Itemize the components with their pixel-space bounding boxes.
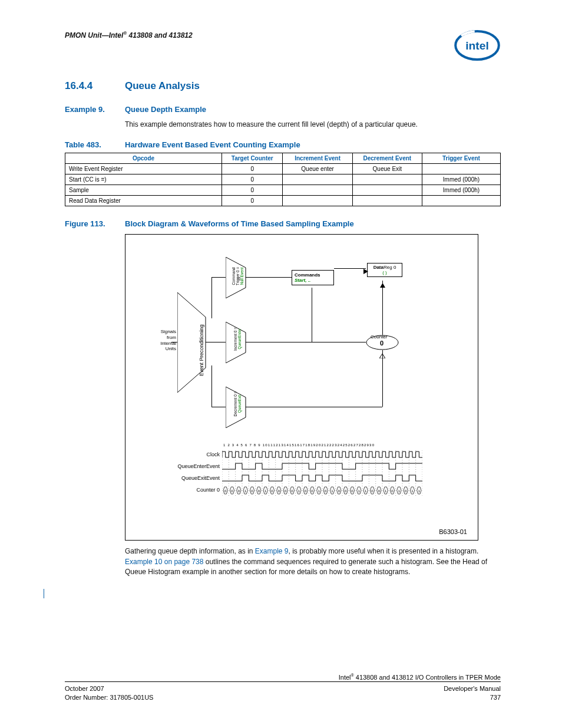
wire [246, 277, 292, 278]
arrowhead-icon [380, 279, 385, 290]
page-footer: Intel® 413808 and 413812 I/O Controllers… [65, 673, 501, 702]
cell: 0 [222, 196, 283, 206]
th-target: Target Counter [222, 153, 283, 164]
txt: 413808 and 413812 I/O Controllers in TPE… [354, 673, 501, 680]
txt: Trigger 0 = [236, 267, 240, 285]
th-trig: Trigger Event [422, 153, 500, 164]
wire [206, 342, 226, 342]
wave-label-ctr: Counter 0 [137, 487, 220, 493]
page-header: PMON Unit—Intel® 413808 and 413812 intel [65, 28, 501, 62]
example-title: Queue Depth Example [125, 105, 206, 114]
wave-grid-icon [222, 450, 422, 503]
section-title: Queue Analysis [125, 80, 200, 92]
mux-mid-label: Increment 0 = QueueEnter [233, 326, 242, 352]
txt: Gathering queue depth information, as in [125, 547, 255, 555]
footer-right-2: 737 [490, 693, 501, 702]
txt: Intel [339, 673, 351, 680]
txt: Null Event [240, 268, 244, 285]
preconditioning-label: Event Preconditioning [199, 325, 204, 377]
txt: Data [373, 265, 384, 270]
preconditioning-funnel-icon [177, 292, 213, 393]
txt: , is probably more useful when it is pre… [289, 547, 479, 555]
cell [283, 196, 352, 206]
header-pre: PMON Unit—Intel [65, 31, 123, 39]
wire [211, 277, 226, 278]
cell [283, 185, 352, 196]
table-caption: Table 483. Hardware Event Based Event Co… [65, 140, 501, 149]
header-tail: 413808 and 413812 [127, 31, 192, 39]
cell: Start (CC is =) [65, 174, 222, 185]
wire [246, 342, 366, 342]
cell [352, 174, 422, 185]
table-title: Hardware Event Based Event Counting Exam… [125, 140, 300, 149]
cell: Immed (000h) [422, 174, 500, 185]
cell: Queue enter [283, 164, 352, 174]
cell: Write Event Register [65, 164, 222, 174]
section-heading: 16.4.4 Queue Analysis [65, 80, 501, 92]
cell: Immed (000h) [422, 185, 500, 196]
signals-text: Signals from Internal Units [160, 329, 176, 351]
wave-label-exit: QueueExitEvent [137, 475, 220, 481]
cell [352, 185, 422, 196]
cell: 0 [222, 185, 283, 196]
cell: Queue Exit [352, 164, 422, 174]
txt: QueueEnter [237, 329, 242, 350]
table-row: Write Event Register 0 Queue enter Queue… [65, 164, 501, 174]
block-diagram: Signals from Internal Units Event Precon… [125, 235, 478, 441]
wire [211, 407, 226, 407]
paragraph-2: Gathering queue depth information, as in… [125, 546, 501, 577]
signals-label: Signals from Internal Units [151, 329, 176, 351]
wave-label-clock: Clock [137, 452, 220, 457]
footer-left-2: Order Number: 317805-001US [65, 693, 153, 702]
th-opcode: Opcode [65, 153, 222, 164]
cell: Sample [65, 185, 222, 196]
footer-left-1: October 2007 [65, 684, 104, 693]
cell [422, 164, 500, 174]
cell: Read Data Register [65, 196, 222, 206]
commands-box: Commands Start, .. [292, 270, 334, 285]
footer-right-top: Intel® 413808 and 413812 I/O Controllers… [339, 673, 501, 682]
intel-logo-icon: intel [454, 28, 501, 62]
example-number: Example 9. [65, 105, 125, 114]
th-decr: Decrement Event [352, 153, 422, 164]
wave-label-enter: QueueEnterEvent [137, 463, 220, 469]
mux-bot-label: Decrement 0 = QueueExit [233, 391, 242, 417]
figure-title: Block Diagram & Waveforms of Time Based … [125, 219, 354, 228]
txt: QueueExit [237, 395, 242, 413]
table-row: Start (CC is =) 0 Immed (000h) [65, 174, 501, 185]
mux-top-label: Command Trigger 0 = Null Event [232, 262, 244, 291]
cell: 0 [222, 174, 283, 185]
txt: Decrement 0 = [233, 391, 237, 417]
wire [312, 288, 312, 342]
link-example-10[interactable]: Example 10 on page 738 [125, 558, 203, 566]
revision-bar-icon [44, 589, 44, 598]
counter-value: 0 [380, 340, 384, 347]
svg-marker-9 [379, 354, 385, 358]
th-incr: Increment Event [283, 153, 352, 164]
data-reg-box: DataReg 0 ( ) [367, 263, 402, 277]
cell [352, 196, 422, 206]
txt: Start, .. [295, 278, 310, 283]
counter-label: Counter [371, 334, 387, 340]
counter-oval: Counter 0 [366, 335, 399, 350]
table-483: Opcode Target Counter Increment Event De… [65, 153, 501, 206]
footer-right-1: Developer's Manual [444, 684, 501, 693]
txt: Reg 0 [384, 265, 396, 270]
paragraph-1: This example demonstrates how to measure… [125, 120, 501, 130]
arrowhead-icon [379, 350, 385, 361]
txt: ( ) [382, 270, 387, 275]
footer-rule [65, 681, 501, 682]
figure-113: Signals from Internal Units Event Precon… [125, 234, 478, 541]
txt: Increment 0 = [233, 327, 237, 351]
wire [211, 277, 212, 318]
section-number: 16.4.4 [65, 80, 125, 92]
svg-text:intel: intel [465, 39, 488, 52]
cell: 0 [222, 164, 283, 174]
txt: Command [232, 268, 236, 285]
svg-marker-7 [363, 269, 368, 274]
example-caption: Example 9. Queue Depth Example [65, 105, 501, 114]
wire [211, 365, 212, 407]
cell [283, 174, 352, 185]
wire [171, 342, 177, 342]
link-example-9[interactable]: Example 9 [255, 547, 289, 555]
